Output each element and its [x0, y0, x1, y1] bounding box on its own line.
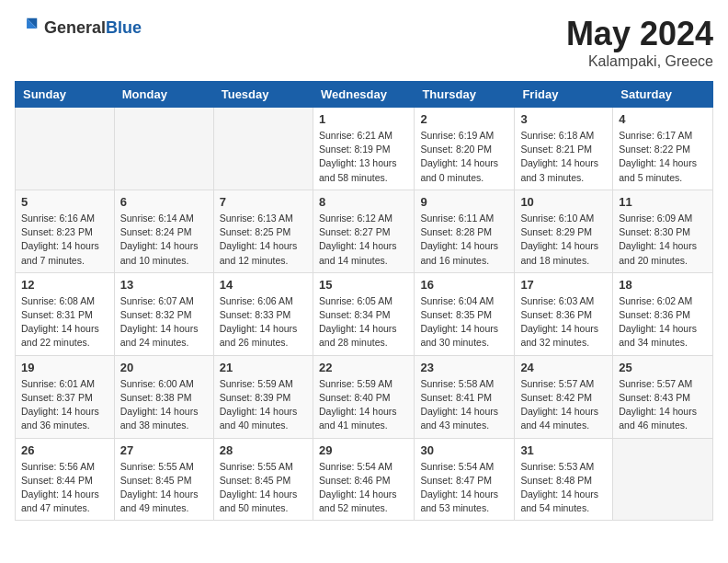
- day-number: 1: [319, 112, 408, 126]
- calendar-day-cell: 27Sunrise: 5:55 AMSunset: 8:45 PMDayligh…: [114, 438, 213, 521]
- day-number: 14: [220, 278, 307, 292]
- calendar-day-cell: 5Sunrise: 6:16 AMSunset: 8:23 PMDaylight…: [16, 190, 115, 272]
- day-number: 26: [21, 443, 108, 457]
- calendar-day-cell: 1Sunrise: 6:21 AMSunset: 8:19 PMDaylight…: [313, 108, 414, 190]
- calendar-day-cell: 28Sunrise: 5:55 AMSunset: 8:45 PMDayligh…: [213, 438, 313, 521]
- day-number: 6: [120, 195, 208, 209]
- day-info: Sunrise: 6:09 AMSunset: 8:30 PMDaylight:…: [619, 212, 707, 268]
- weekday-header-row: SundayMondayTuesdayWednesdayThursdayFrid…: [16, 82, 713, 108]
- calendar-day-cell: 17Sunrise: 6:03 AMSunset: 8:36 PMDayligh…: [515, 272, 613, 355]
- day-number: 19: [21, 361, 108, 374]
- calendar-week-row: 26Sunrise: 5:56 AMSunset: 8:44 PMDayligh…: [16, 438, 713, 521]
- calendar-day-cell: [613, 438, 713, 521]
- calendar-day-cell: 19Sunrise: 6:01 AMSunset: 8:37 PMDayligh…: [16, 355, 115, 438]
- calendar-day-cell: 23Sunrise: 5:58 AMSunset: 8:41 PMDayligh…: [415, 355, 515, 438]
- weekday-header-tuesday: Tuesday: [213, 82, 313, 108]
- logo-general: General: [44, 18, 106, 37]
- calendar-table: SundayMondayTuesdayWednesdayThursdayFrid…: [15, 81, 713, 521]
- day-info: Sunrise: 6:21 AMSunset: 8:19 PMDaylight:…: [319, 129, 408, 185]
- day-number: 15: [319, 278, 408, 292]
- calendar-day-cell: 13Sunrise: 6:07 AMSunset: 8:32 PMDayligh…: [114, 272, 213, 355]
- day-number: 28: [220, 443, 307, 457]
- day-info: Sunrise: 6:06 AMSunset: 8:33 PMDaylight:…: [220, 294, 307, 350]
- day-info: Sunrise: 5:57 AMSunset: 8:42 PMDaylight:…: [520, 377, 607, 433]
- day-number: 3: [520, 112, 607, 126]
- day-number: 17: [520, 278, 607, 292]
- calendar-week-row: 5Sunrise: 6:16 AMSunset: 8:23 PMDaylight…: [16, 190, 713, 272]
- calendar-day-cell: 2Sunrise: 6:19 AMSunset: 8:20 PMDaylight…: [415, 108, 515, 190]
- logo: GeneralBlue: [15, 15, 142, 40]
- day-info: Sunrise: 5:59 AMSunset: 8:40 PMDaylight:…: [319, 377, 408, 433]
- calendar-day-cell: 6Sunrise: 6:14 AMSunset: 8:24 PMDaylight…: [114, 190, 213, 272]
- day-number: 20: [120, 361, 208, 374]
- day-info: Sunrise: 6:10 AMSunset: 8:29 PMDaylight:…: [520, 212, 607, 268]
- calendar-day-cell: 29Sunrise: 5:54 AMSunset: 8:46 PMDayligh…: [313, 438, 414, 521]
- day-number: 31: [520, 443, 607, 457]
- day-number: 18: [619, 278, 707, 292]
- calendar-title: May 2024: [566, 15, 713, 53]
- calendar-location: Kalampaki, Greece: [566, 53, 713, 70]
- day-number: 9: [420, 195, 508, 209]
- calendar-day-cell: 7Sunrise: 6:13 AMSunset: 8:25 PMDaylight…: [213, 190, 313, 272]
- calendar-day-cell: 16Sunrise: 6:04 AMSunset: 8:35 PMDayligh…: [415, 272, 515, 355]
- day-info: Sunrise: 6:16 AMSunset: 8:23 PMDaylight:…: [21, 212, 108, 268]
- calendar-day-cell: 14Sunrise: 6:06 AMSunset: 8:33 PMDayligh…: [213, 272, 313, 355]
- calendar-day-cell: 8Sunrise: 6:12 AMSunset: 8:27 PMDaylight…: [313, 190, 414, 272]
- day-number: 16: [420, 278, 508, 292]
- logo-icon: [15, 15, 40, 40]
- day-info: Sunrise: 5:54 AMSunset: 8:46 PMDaylight:…: [319, 460, 408, 516]
- day-number: 8: [319, 195, 408, 209]
- day-number: 22: [319, 361, 408, 374]
- day-number: 27: [120, 443, 208, 457]
- day-number: 12: [21, 278, 108, 292]
- day-number: 29: [319, 443, 408, 457]
- day-info: Sunrise: 6:08 AMSunset: 8:31 PMDaylight:…: [21, 294, 108, 350]
- day-info: Sunrise: 6:05 AMSunset: 8:34 PMDaylight:…: [319, 294, 408, 350]
- calendar-day-cell: 15Sunrise: 6:05 AMSunset: 8:34 PMDayligh…: [313, 272, 414, 355]
- day-info: Sunrise: 6:19 AMSunset: 8:20 PMDaylight:…: [420, 129, 508, 185]
- calendar-day-cell: 20Sunrise: 6:00 AMSunset: 8:38 PMDayligh…: [114, 355, 213, 438]
- weekday-header-thursday: Thursday: [415, 82, 515, 108]
- day-info: Sunrise: 6:02 AMSunset: 8:36 PMDaylight:…: [619, 294, 707, 350]
- calendar-week-row: 1Sunrise: 6:21 AMSunset: 8:19 PMDaylight…: [16, 108, 713, 190]
- day-number: 23: [420, 361, 508, 374]
- weekday-header-sunday: Sunday: [16, 82, 115, 108]
- day-info: Sunrise: 5:55 AMSunset: 8:45 PMDaylight:…: [120, 460, 208, 516]
- day-number: 5: [21, 195, 108, 209]
- day-info: Sunrise: 6:11 AMSunset: 8:28 PMDaylight:…: [420, 212, 508, 268]
- calendar-day-cell: 10Sunrise: 6:10 AMSunset: 8:29 PMDayligh…: [515, 190, 613, 272]
- weekday-header-saturday: Saturday: [613, 82, 713, 108]
- calendar-day-cell: 30Sunrise: 5:54 AMSunset: 8:47 PMDayligh…: [415, 438, 515, 521]
- calendar-day-cell: 26Sunrise: 5:56 AMSunset: 8:44 PMDayligh…: [16, 438, 115, 521]
- calendar-day-cell: [213, 108, 313, 190]
- day-info: Sunrise: 5:54 AMSunset: 8:47 PMDaylight:…: [420, 460, 508, 516]
- day-info: Sunrise: 5:56 AMSunset: 8:44 PMDaylight:…: [21, 460, 108, 516]
- day-info: Sunrise: 5:58 AMSunset: 8:41 PMDaylight:…: [420, 377, 508, 433]
- day-number: 13: [120, 278, 208, 292]
- day-info: Sunrise: 6:00 AMSunset: 8:38 PMDaylight:…: [120, 377, 208, 433]
- calendar-week-row: 12Sunrise: 6:08 AMSunset: 8:31 PMDayligh…: [16, 272, 713, 355]
- day-number: 21: [220, 361, 307, 374]
- day-info: Sunrise: 5:55 AMSunset: 8:45 PMDaylight:…: [220, 460, 307, 516]
- calendar-week-row: 19Sunrise: 6:01 AMSunset: 8:37 PMDayligh…: [16, 355, 713, 438]
- day-number: 2: [420, 112, 508, 126]
- calendar-day-cell: 22Sunrise: 5:59 AMSunset: 8:40 PMDayligh…: [313, 355, 414, 438]
- calendar-day-cell: 9Sunrise: 6:11 AMSunset: 8:28 PMDaylight…: [415, 190, 515, 272]
- calendar-day-cell: [16, 108, 115, 190]
- calendar-day-cell: [114, 108, 213, 190]
- calendar-day-cell: 25Sunrise: 5:57 AMSunset: 8:43 PMDayligh…: [613, 355, 713, 438]
- day-info: Sunrise: 6:18 AMSunset: 8:21 PMDaylight:…: [520, 129, 607, 185]
- calendar-day-cell: 4Sunrise: 6:17 AMSunset: 8:22 PMDaylight…: [613, 108, 713, 190]
- logo-text: GeneralBlue: [44, 18, 142, 38]
- day-info: Sunrise: 5:53 AMSunset: 8:48 PMDaylight:…: [520, 460, 607, 516]
- weekday-header-friday: Friday: [515, 82, 613, 108]
- logo-blue: Blue: [106, 18, 142, 37]
- weekday-header-wednesday: Wednesday: [313, 82, 414, 108]
- calendar-day-cell: 12Sunrise: 6:08 AMSunset: 8:31 PMDayligh…: [16, 272, 115, 355]
- day-info: Sunrise: 5:59 AMSunset: 8:39 PMDaylight:…: [220, 377, 307, 433]
- calendar-day-cell: 11Sunrise: 6:09 AMSunset: 8:30 PMDayligh…: [613, 190, 713, 272]
- calendar-day-cell: 18Sunrise: 6:02 AMSunset: 8:36 PMDayligh…: [613, 272, 713, 355]
- day-info: Sunrise: 5:57 AMSunset: 8:43 PMDaylight:…: [619, 377, 707, 433]
- day-info: Sunrise: 6:03 AMSunset: 8:36 PMDaylight:…: [520, 294, 607, 350]
- day-number: 11: [619, 195, 707, 209]
